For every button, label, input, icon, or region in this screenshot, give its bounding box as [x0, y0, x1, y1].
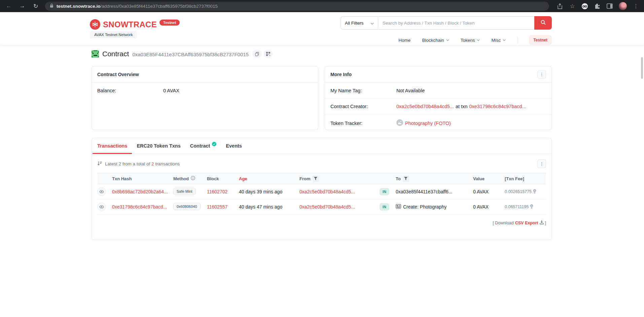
- copy-address-button[interactable]: [253, 50, 261, 58]
- nav-blockchain-label: Blockchain: [422, 38, 444, 43]
- value-cell: 0 AVAX: [473, 189, 505, 194]
- token-tracker-link[interactable]: Photography (FOTO): [405, 121, 451, 126]
- csv-export-link[interactable]: CSV Export: [515, 221, 538, 225]
- search-bar: All Filters: [341, 16, 552, 30]
- more-info-title: More Info: [330, 72, 352, 77]
- contract-overview-card: Contract Overview Balance: 0 AVAX: [92, 66, 318, 130]
- extensions-puzzle-icon[interactable]: [594, 3, 601, 9]
- snowtrace-logo[interactable]: SNOWTRACE Testnet: [90, 19, 180, 30]
- nav-misc[interactable]: Misc: [491, 38, 506, 43]
- age-value: 40 days 39 mins ago: [239, 189, 299, 194]
- chrome-toolbar: ☆ ⋮: [557, 2, 639, 10]
- profile-avatar[interactable]: [619, 2, 627, 10]
- kebab-icon: ⋮: [540, 72, 544, 77]
- to-address: 0xa03e85f4411e37cbaff6...: [396, 189, 473, 194]
- tab-bar: Transactions ERC20 Token Txns Contract E…: [92, 138, 551, 154]
- funnel-icon: [404, 177, 407, 180]
- site-header: SNOWTRACE Testnet AVAX Testnet Network A…: [0, 12, 644, 45]
- transactions-table: Txn Hash Method Block Age From: [97, 173, 546, 215]
- more-info-header: More Info ⋮: [325, 66, 551, 83]
- eye-icon: [99, 190, 104, 193]
- contract-creator-row: Contract Creator: 0xa2c5e0bd70b48a4cd5..…: [325, 98, 551, 114]
- contract-creator-label: Contract Creator:: [330, 104, 396, 109]
- tab-contract[interactable]: Contract: [185, 138, 221, 154]
- copy-icon: [255, 52, 259, 56]
- tab-erc20-label: ERC20 Token Txns: [137, 143, 180, 149]
- summary-text: Latest 2 from a total of 2 transactions: [105, 161, 180, 166]
- bookmark-star-icon[interactable]: ☆: [569, 3, 576, 9]
- block-link[interactable]: 11602557: [207, 204, 239, 210]
- tab-events[interactable]: Events: [221, 138, 247, 154]
- refresh-icon[interactable]: ↻: [32, 2, 40, 10]
- col-txn-hash: Txn Hash: [112, 176, 173, 181]
- nav-home[interactable]: Home: [398, 38, 410, 43]
- more-info-card: More Info ⋮ My Name Tag: Not Available C…: [325, 66, 552, 130]
- nav-blockchain[interactable]: Blockchain: [422, 38, 449, 43]
- svg-text:$: $: [531, 204, 532, 207]
- qr-code-button[interactable]: [264, 50, 273, 58]
- balance-value: 0 AVAX: [163, 88, 179, 93]
- search-filter-label: All Filters: [345, 21, 364, 26]
- nav-tokens[interactable]: Tokens: [461, 38, 480, 43]
- token-tracker-row: Token Tracker: Photography (FOTO): [325, 114, 551, 132]
- creator-at-txn-text: at txn: [456, 104, 467, 109]
- chevron-down-icon: [370, 21, 374, 26]
- preview-eye-button[interactable]: [97, 187, 106, 196]
- value-cell: 0 AVAX: [473, 204, 505, 210]
- tab-transactions-label: Transactions: [97, 143, 127, 149]
- txn-fee-value: 0.065711195: [505, 204, 529, 209]
- logo-testnet-badge: Testnet: [159, 20, 180, 26]
- chrome-menu-icon[interactable]: ⋮: [633, 3, 639, 9]
- block-link[interactable]: 11602702: [207, 189, 239, 194]
- more-info-menu-button[interactable]: ⋮: [537, 70, 546, 79]
- csv-export-row: [ Download CSV Export ]: [92, 215, 551, 225]
- sort-icon: [97, 161, 102, 167]
- txn-hash-link[interactable]: 0x8b698ac72bd20b2a64...: [112, 189, 173, 194]
- forward-icon[interactable]: →: [18, 2, 26, 10]
- direction-badge: IN: [380, 203, 389, 211]
- to-contract-creation: Create: Photography: [403, 204, 446, 210]
- search-icon: [541, 20, 546, 26]
- eye-icon: [99, 205, 104, 209]
- name-tag-row: My Name Tag: Not Available: [325, 83, 551, 98]
- tab-events-label: Events: [226, 143, 242, 149]
- summary-row: Latest 2 from a total of 2 transactions …: [92, 154, 551, 170]
- table-header-row: Txn Hash Method Block Age From: [97, 173, 546, 184]
- svg-text:$: $: [534, 189, 535, 191]
- search-input[interactable]: [378, 16, 534, 30]
- direction-badge: IN: [380, 188, 389, 195]
- sidebar-panel-icon[interactable]: [606, 3, 613, 9]
- logo-text: SNOWTRACE: [103, 19, 157, 30]
- address-bar[interactable]: testnet.snowtrace.io/address/0xa03e85f44…: [45, 2, 549, 11]
- creator-address-link[interactable]: 0xa2c5e0bd70b48a4cd5...: [396, 104, 454, 109]
- col-age-toggle[interactable]: Age: [239, 176, 299, 181]
- creator-txn-link[interactable]: 0xe31798c6c84c97bacd...: [469, 104, 526, 109]
- col-block: Block: [207, 176, 239, 181]
- scrollbar-thumb[interactable]: [641, 57, 643, 79]
- extension-icon[interactable]: [581, 3, 588, 9]
- browser-chrome: ← → ↻ testnet.snowtrace.io/address/0xa03…: [0, 0, 644, 12]
- gas-bulb-icon: $: [533, 189, 536, 195]
- table-menu-button[interactable]: ⋮: [537, 159, 546, 168]
- back-icon[interactable]: ←: [5, 2, 13, 10]
- share-icon[interactable]: [557, 3, 563, 9]
- kebab-icon: ⋮: [540, 161, 544, 166]
- summary-count: 2: [151, 161, 154, 166]
- contract-title-row: Contract 0xa03E85F4411e37CBAff635975bf38…: [92, 50, 275, 58]
- nav-testnet-button[interactable]: Testnet: [529, 35, 552, 45]
- download-suffix: ]: [545, 221, 546, 225]
- transactions-card: Transactions ERC20 Token Txns Contract E…: [92, 138, 552, 240]
- tab-transactions[interactable]: Transactions: [93, 138, 132, 154]
- info-icon[interactable]: [191, 176, 195, 181]
- search-filter-select[interactable]: All Filters: [341, 16, 378, 30]
- from-address-link[interactable]: 0xa2c5e0bd70b48a4cd5...: [299, 189, 380, 194]
- from-filter-button[interactable]: [313, 176, 319, 182]
- preview-eye-button[interactable]: [97, 202, 106, 211]
- tab-erc20-token-txns[interactable]: ERC20 Token Txns: [132, 138, 185, 154]
- from-address-link[interactable]: 0xa2c5e0bd70b48a4cd5...: [299, 204, 380, 210]
- search-button[interactable]: [534, 16, 552, 30]
- snowtrace-contract-page: ← → ↻ testnet.snowtrace.io/address/0xa03…: [0, 0, 644, 317]
- to-filter-button[interactable]: [403, 176, 409, 182]
- txn-hash-link[interactable]: 0xe31798c6c84c97bacd...: [112, 204, 173, 210]
- download-icon[interactable]: [540, 220, 544, 225]
